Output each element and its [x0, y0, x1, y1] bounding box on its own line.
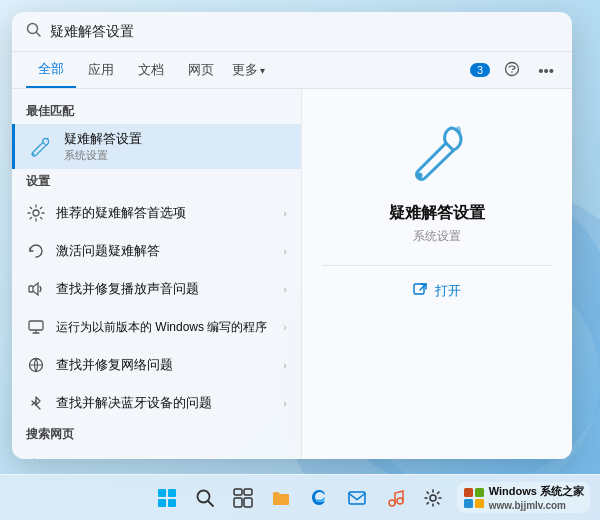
setting-text-1: 推荐的疑难解答首选项 [56, 204, 273, 222]
section-settings-title: 设置 [12, 169, 301, 194]
chevron-down-icon: ▾ [260, 65, 265, 76]
setting-item-3[interactable]: 查找并修复播放声音问题 › [12, 270, 301, 308]
svg-line-24 [208, 501, 213, 506]
svg-rect-33 [464, 488, 473, 497]
search-tabs: 全部 应用 文档 网页 更多 ▾ 3 ••• [12, 52, 572, 89]
svg-rect-22 [168, 499, 176, 507]
taskbar-settings-button[interactable] [415, 480, 451, 516]
svg-point-32 [430, 495, 436, 501]
arrow-icon-3: › [283, 283, 287, 295]
speaker-icon [26, 279, 46, 299]
web-item-1[interactable]: 疑难解答 - 查看网络搜索结果 › [12, 447, 301, 459]
svg-rect-7 [29, 321, 43, 330]
svg-point-3 [511, 71, 513, 73]
svg-line-18 [420, 284, 426, 290]
svg-rect-26 [244, 489, 252, 495]
svg-point-4 [33, 153, 35, 155]
svg-rect-27 [234, 498, 242, 507]
tab-web[interactable]: 网页 [176, 53, 226, 87]
svg-rect-28 [244, 498, 252, 507]
watermark-url: www.bjjmlv.com [489, 500, 566, 511]
setting-item-1[interactable]: 推荐的疑难解答首选项 › [12, 194, 301, 232]
taskbar-icons [149, 480, 451, 516]
taskbar-explorer-button[interactable] [263, 480, 299, 516]
taskbar-watermark: Windows 系统之家 www.bjjmlv.com [457, 482, 590, 513]
svg-rect-34 [475, 488, 484, 497]
bluetooth-icon [26, 393, 46, 413]
taskbar-search-button[interactable] [187, 480, 223, 516]
svg-rect-6 [29, 286, 33, 292]
svg-point-30 [389, 500, 395, 506]
svg-rect-35 [464, 499, 473, 508]
result-count-badge: 3 [470, 63, 490, 77]
watermark-box: Windows 系统之家 www.bjjmlv.com [457, 482, 590, 513]
taskbar-mail-button[interactable] [339, 480, 375, 516]
tab-apps[interactable]: 应用 [76, 53, 126, 87]
network-icon [26, 355, 46, 375]
setting-item-5[interactable]: 查找并修复网络问题 › [12, 346, 301, 384]
web-text-1: 疑难解答 - 查看网络搜索结果 [56, 458, 273, 460]
setting-item-2[interactable]: 激活问题疑难解答 › [12, 232, 301, 270]
open-action-icon [413, 283, 427, 300]
svg-rect-36 [475, 499, 484, 508]
setting-text-6: 查找并解决蓝牙设备的问题 [56, 394, 273, 412]
taskbar-start-button[interactable] [149, 480, 185, 516]
svg-point-31 [397, 498, 403, 504]
svg-rect-19 [158, 489, 166, 497]
tab-actions: 3 ••• [470, 59, 558, 82]
arrow-icon-6: › [283, 397, 287, 409]
setting-text-5: 查找并修复网络问题 [56, 356, 273, 374]
setting-text-4: 运行为以前版本的 Windows 编写的程序 [56, 319, 273, 336]
open-action-label[interactable]: 打开 [435, 282, 461, 300]
feedback-icon[interactable] [500, 59, 524, 82]
detail-title: 疑难解答设置 [389, 203, 485, 224]
svg-rect-21 [158, 499, 166, 507]
best-match-icon [26, 133, 54, 161]
detail-divider [322, 265, 552, 266]
svg-line-1 [37, 33, 41, 37]
monitor-icon [26, 317, 46, 337]
tab-docs[interactable]: 文档 [126, 53, 176, 87]
setting-text-3: 查找并修复播放声音问题 [56, 280, 273, 298]
detail-icon [402, 119, 472, 189]
arrow-icon-5: › [283, 359, 287, 371]
web-search-icon-1 [26, 456, 46, 459]
svg-rect-29 [349, 492, 365, 504]
setting-item-4[interactable]: 运行为以前版本的 Windows 编写的程序 › [12, 308, 301, 346]
taskbar: Windows 系统之家 www.bjjmlv.com [0, 474, 600, 520]
best-match-text: 疑难解答设置 系统设置 [64, 130, 287, 163]
tab-more[interactable]: 更多 ▾ [226, 53, 271, 87]
best-match-item[interactable]: 疑难解答设置 系统设置 [12, 124, 301, 169]
setting-item-6[interactable]: 查找并解决蓝牙设备的问题 › [12, 384, 301, 422]
left-panel: 最佳匹配 疑难解答设置 系统设置 设置 [12, 89, 302, 459]
section-web-title: 搜索网页 [12, 422, 301, 447]
arrow-icon-1: › [283, 207, 287, 219]
detail-panel: 疑难解答设置 系统设置 打开 [302, 89, 572, 459]
tab-all[interactable]: 全部 [26, 52, 76, 88]
search-icon [26, 22, 42, 41]
svg-rect-20 [168, 489, 176, 497]
setting-text-2: 激活问题疑难解答 [56, 242, 273, 260]
taskbar-edge-button[interactable] [301, 480, 337, 516]
taskbar-taskview-button[interactable] [225, 480, 261, 516]
taskbar-music-button[interactable] [377, 480, 413, 516]
svg-point-16 [417, 173, 423, 179]
svg-point-5 [33, 210, 39, 216]
content-area: 最佳匹配 疑难解答设置 系统设置 设置 [12, 89, 572, 459]
section-best-match-title: 最佳匹配 [12, 99, 301, 124]
gear-icon [26, 203, 46, 223]
svg-rect-25 [234, 489, 242, 495]
watermark-line1: Windows 系统之家 [489, 485, 584, 497]
arrow-icon-4: › [283, 321, 287, 333]
search-input[interactable] [50, 24, 558, 40]
more-options-icon[interactable]: ••• [534, 60, 558, 81]
search-panel: 全部 应用 文档 网页 更多 ▾ 3 ••• 最佳匹配 [12, 12, 572, 459]
svg-rect-17 [414, 284, 424, 294]
open-action[interactable]: 打开 [413, 282, 461, 300]
arrow-icon-2: › [283, 245, 287, 257]
refresh-icon [26, 241, 46, 261]
search-bar [12, 12, 572, 52]
detail-subtitle: 系统设置 [413, 228, 461, 245]
